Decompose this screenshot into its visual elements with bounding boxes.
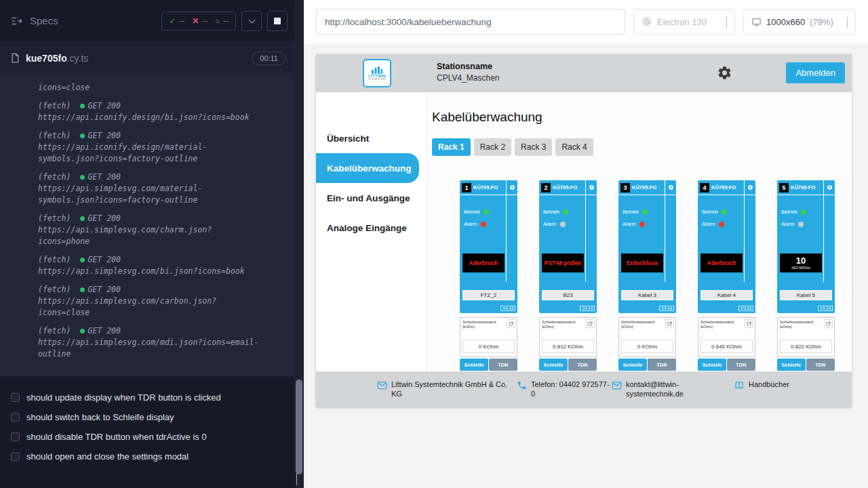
runner-scrollbar[interactable] xyxy=(294,0,304,488)
cable-name: Kabel 3 xyxy=(621,290,673,300)
fetch-log-entry[interactable]: (fetch)GET 200 https://api.iconify.desig… xyxy=(38,130,285,165)
measurement-panel: Schleifenwiderstand [kOhm] 0 KOhm xyxy=(618,317,676,357)
divider xyxy=(744,180,745,282)
fetch-log-entry[interactable]: (fetch)GET 200 https://api.iconify.desig… xyxy=(38,100,285,123)
specs-toggle-icon[interactable] xyxy=(11,16,23,26)
test-title[interactable]: should update display when TDR button is… xyxy=(11,388,290,407)
email-icon xyxy=(377,380,387,390)
device-gear-icon[interactable] xyxy=(668,184,674,190)
alarm-led xyxy=(481,222,486,227)
schleife-button[interactable]: Schleife xyxy=(460,359,488,371)
schleife-button[interactable]: Schleife xyxy=(618,359,647,371)
stop-tests-button[interactable] xyxy=(267,11,288,31)
device-gear-icon[interactable] xyxy=(509,184,515,190)
tdr-button[interactable]: TDR xyxy=(806,359,835,371)
log-prefix: (fetch) xyxy=(38,131,71,140)
nav-item-analoge-eingaenge[interactable]: Analoge Eingänge xyxy=(316,213,427,243)
tdr-button[interactable]: TDR xyxy=(727,359,755,371)
logout-button[interactable]: Abmelden xyxy=(786,62,845,83)
test-title[interactable]: should switch back to Schleife display xyxy=(11,407,290,427)
status-dot-icon xyxy=(80,216,85,221)
footer-email[interactable]: kontakt@littwin-systemtechnik.de xyxy=(612,380,690,399)
log-url: https://api.simplesvg.com/material-symbo… xyxy=(38,183,263,206)
alarm-label: Alarm xyxy=(702,221,715,227)
test-title[interactable]: should disable TDR button when tdrActive… xyxy=(11,427,290,447)
app-footer: Littwin Systemtechnik GmbH & Co. KG Tele… xyxy=(316,371,852,407)
log-status: GET 200 xyxy=(87,285,120,294)
refresh-icon[interactable] xyxy=(586,319,595,328)
fetch-log-entry[interactable]: (fetch)GET 200 https://api.simplesvg.com… xyxy=(38,325,285,360)
tab-rack-4[interactable]: Rack 4 xyxy=(555,138,593,156)
log-prefix: (fetch) xyxy=(38,326,71,336)
schleife-button[interactable]: Schleife xyxy=(777,359,806,371)
schleife-button[interactable]: Schleife xyxy=(539,359,568,371)
device-gear-icon[interactable] xyxy=(747,184,753,190)
device-gear-icon[interactable] xyxy=(589,184,595,190)
log-continuation: icons=close xyxy=(38,82,263,94)
littwin-logo: LITTWIN SYSTEMTECHNIK xyxy=(363,59,391,87)
viewport-select[interactable]: 1000x660 (79%) xyxy=(743,9,856,35)
device-model: KÜ705-FO xyxy=(473,184,498,190)
app-under-test: LITTWIN SYSTEMTECHNIK Stationsname CPLV4… xyxy=(316,54,852,407)
alarm-label: Alarm xyxy=(781,221,795,227)
measurement-value: 0.822 KOhm xyxy=(780,340,832,353)
collapse-runs-button[interactable] xyxy=(241,11,262,31)
alarm-led xyxy=(719,222,724,227)
tab-rack-1[interactable]: Rack 1 xyxy=(432,138,471,156)
logo-subtitle: SYSTEMTECHNIK xyxy=(368,78,386,81)
tdr-button[interactable]: TDR xyxy=(568,359,597,371)
chevron-down-icon xyxy=(726,17,727,27)
log-status: GET 200 xyxy=(87,101,120,110)
nav-item-ein-und-ausgaenge[interactable]: Ein- und Ausgänge xyxy=(316,183,427,213)
refresh-icon[interactable] xyxy=(824,319,833,328)
station-label: Stationsname xyxy=(437,62,500,71)
settings-gear-icon[interactable] xyxy=(717,65,732,81)
measurement-value: 0 KOhm xyxy=(621,340,673,353)
cable-name: FTZ_2 xyxy=(462,290,515,300)
refresh-icon[interactable] xyxy=(507,319,515,328)
tab-rack-2[interactable]: Rack 2 xyxy=(474,138,511,156)
status-display: Aderbruch xyxy=(701,253,743,272)
spec-file-row[interactable]: kue705fo.cy.ts 00:11 xyxy=(0,42,304,74)
device-panel: 2 KÜ705-FO Betrieb Alarm PST-M prüfen B2… xyxy=(539,180,597,313)
refresh-icon[interactable] xyxy=(745,319,753,328)
tdr-button[interactable]: TDR xyxy=(489,359,517,371)
url-input[interactable]: http://localhost:3000/kabelueberwachung xyxy=(316,9,625,35)
fetch-log-entry[interactable]: (fetch)GET 200 https://api.simplesvg.com… xyxy=(38,284,285,319)
device-number: 4 xyxy=(700,183,709,192)
firmware-version: V4.19 xyxy=(659,306,674,311)
status-dot-icon xyxy=(80,175,85,180)
fetch-log-entry[interactable]: (fetch)GET 200 https://api.simplesvg.com… xyxy=(38,171,285,206)
fetch-log-entry[interactable]: (fetch)GET 200 https://api.simplesvg.com… xyxy=(38,213,285,247)
nav-item-kabelueberwachung[interactable]: Kabelüberwachung xyxy=(316,153,419,183)
fetch-log-entry[interactable]: (fetch)GET 200 https://api.simplesvg.com… xyxy=(38,254,285,277)
refresh-icon[interactable] xyxy=(665,319,674,328)
specs-label: Specs xyxy=(30,15,58,26)
scroll-down-icon[interactable] xyxy=(296,473,297,485)
log-url: https://api.simplesvg.com/mdi.json?icons… xyxy=(38,337,263,360)
device-gear-icon[interactable] xyxy=(827,184,833,190)
schleife-button[interactable]: Schleife xyxy=(698,359,726,371)
browser-select[interactable]: Electron 130 xyxy=(633,9,735,35)
test-title-label: should disable TDR button when tdrActive… xyxy=(26,432,207,442)
app-sidebar: Übersicht Kabelüberwachung Ein- und Ausg… xyxy=(316,92,427,371)
browser-pane: http://localhost:3000/kabelueberwachung … xyxy=(304,0,868,488)
divider xyxy=(506,180,507,282)
cable-name: Kabel 5 xyxy=(780,290,832,300)
measurement-label: Schleifenwiderstand [kOhm] xyxy=(542,320,584,329)
spec-file-icon xyxy=(11,53,20,63)
firmware-version: V4.19 xyxy=(500,306,515,311)
test-title[interactable]: should open and close the settings modal xyxy=(11,447,290,466)
device-card: 1 KÜ705-FO Betrieb Alarm Aderbruch FTZ_2… xyxy=(460,180,517,371)
log-status: GET 200 xyxy=(87,326,120,336)
tdr-button[interactable]: TDR xyxy=(648,359,676,371)
main-content: Kabelüberwachung Rack 1 Rack 2 Rack 3 Ra… xyxy=(427,92,852,371)
tab-rack-3[interactable]: Rack 3 xyxy=(515,138,552,156)
scrollbar-thumb[interactable] xyxy=(296,380,302,474)
test-title-label: should open and close the settings modal xyxy=(26,451,189,462)
nav-item-uebersicht[interactable]: Übersicht xyxy=(316,123,427,153)
device-number: 5 xyxy=(779,183,789,192)
betrieb-led xyxy=(484,209,489,215)
footer-handbuecher[interactable]: Handbücher xyxy=(734,380,789,390)
measurement-panel: Schleifenwiderstand [kOhm] 0.822 KOhm xyxy=(777,317,835,357)
